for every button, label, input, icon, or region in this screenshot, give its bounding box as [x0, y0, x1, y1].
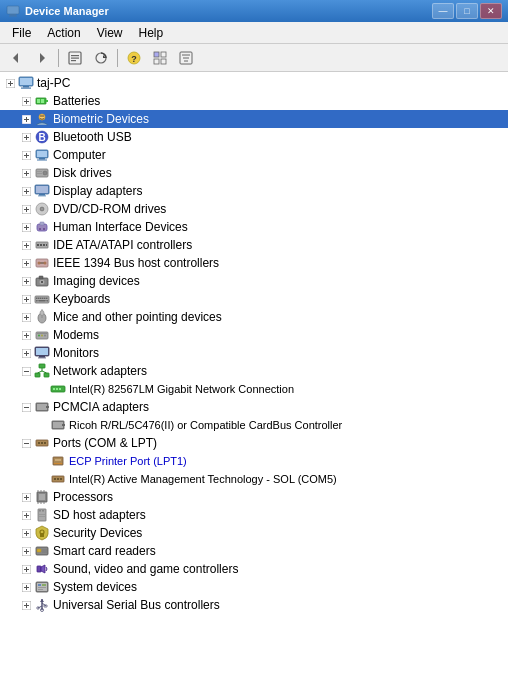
tree-item-display[interactable]: Display adapters — [0, 182, 508, 200]
expand-bluetooth[interactable] — [18, 129, 34, 145]
ports-label: Ports (COM & LPT) — [53, 436, 157, 450]
svg-rect-127 — [37, 333, 47, 334]
svg-point-158 — [38, 442, 40, 444]
svg-rect-31 — [46, 100, 48, 102]
menu-action[interactable]: Action — [39, 24, 88, 42]
tree-item-security[interactable]: Security Devices — [0, 524, 508, 542]
expand-system[interactable] — [18, 579, 34, 595]
tree-item-intel-network[interactable]: Intel(R) 82567LM Gigabit Network Connect… — [0, 380, 508, 398]
tree-item-batteries[interactable]: Batteries — [0, 92, 508, 110]
tree-item-computer[interactable]: Computer — [0, 146, 508, 164]
menu-file[interactable]: File — [4, 24, 39, 42]
tree-item-hid[interactable]: Human Interface Devices — [0, 218, 508, 236]
properties-button[interactable] — [63, 47, 87, 69]
app-icon — [6, 4, 20, 18]
svg-rect-58 — [37, 173, 42, 174]
expand-monitors[interactable] — [18, 345, 34, 361]
expand-diskdrives[interactable] — [18, 165, 34, 181]
expand-sound[interactable] — [18, 561, 34, 577]
tree-item-network[interactable]: Network adapters — [0, 362, 508, 380]
tree-item-mice[interactable]: Mice and other pointing devices — [0, 308, 508, 326]
tree-item-biometric[interactable]: Biometric Devices — [0, 110, 508, 128]
ide-label: IDE ATA/ATAPI controllers — [53, 238, 192, 252]
ieee-icon — [34, 255, 50, 271]
tree-item-modems[interactable]: Modems — [0, 326, 508, 344]
svg-rect-153 — [53, 422, 63, 428]
svg-rect-110 — [36, 300, 38, 302]
expand-hid[interactable] — [18, 219, 34, 235]
svg-rect-85 — [43, 244, 45, 246]
expand-dvd[interactable] — [18, 201, 34, 217]
tree-item-intel-sol[interactable]: Intel(R) Active Management Technology - … — [0, 470, 508, 488]
expand-computer[interactable] — [18, 147, 34, 163]
maximize-button[interactable]: □ — [456, 3, 478, 19]
help-button[interactable]: ? — [122, 47, 146, 69]
svg-rect-111 — [39, 300, 46, 302]
tree-item-sound[interactable]: Sound, video and game controllers — [0, 560, 508, 578]
scan-button[interactable] — [89, 47, 113, 69]
expand-imaging[interactable] — [18, 273, 34, 289]
svg-rect-84 — [40, 244, 42, 246]
filter-button[interactable] — [174, 47, 198, 69]
tree-item-ieee[interactable]: IEEE 1394 Bus host controllers — [0, 254, 508, 272]
expand-keyboards[interactable] — [18, 291, 34, 307]
expand-ieee[interactable] — [18, 255, 34, 271]
tree-item-bluetooth[interactable]: B Bluetooth USB — [0, 128, 508, 146]
svg-rect-137 — [39, 364, 45, 368]
close-button[interactable]: ✕ — [480, 3, 502, 19]
tree-item-keyboards[interactable]: Keyboards — [0, 290, 508, 308]
expand-security[interactable] — [18, 525, 34, 541]
expand-smartcard[interactable] — [18, 543, 34, 559]
svg-rect-0 — [7, 6, 19, 14]
tree-item-usb[interactable]: Universal Serial Bus controllers — [0, 596, 508, 614]
menu-help[interactable]: Help — [131, 24, 172, 42]
svg-rect-144 — [53, 388, 55, 390]
expand-mice[interactable] — [18, 309, 34, 325]
tree-item-smartcard[interactable]: Smart card readers — [0, 542, 508, 560]
tree-item-ecp[interactable]: ECP Printer Port (LPT1) — [0, 452, 508, 470]
tree-item-monitors[interactable]: Monitors — [0, 344, 508, 362]
view-button[interactable] — [148, 47, 172, 69]
expand-sdhost[interactable] — [18, 507, 34, 523]
tree-item-ide[interactable]: IDE ATA/ATAPI controllers — [0, 236, 508, 254]
forward-button[interactable] — [30, 47, 54, 69]
svg-rect-172 — [39, 494, 45, 500]
tree-item-pcmcia[interactable]: PCMCIA adapters — [0, 398, 508, 416]
tree-item-dvd[interactable]: DVD/CD-ROM drives — [0, 200, 508, 218]
expand-biometric[interactable] — [18, 111, 34, 127]
expand-usb[interactable] — [18, 597, 34, 613]
svg-point-167 — [60, 478, 62, 480]
tree-item-ports[interactable]: Ports (COM & LPT) — [0, 434, 508, 452]
expand-root[interactable] — [2, 75, 18, 91]
title-bar-controls[interactable]: — □ ✕ — [432, 3, 502, 19]
expand-modems[interactable] — [18, 327, 34, 343]
system-icon — [34, 579, 50, 595]
expand-processors[interactable] — [18, 489, 34, 505]
tree-item-system[interactable]: System devices — [0, 578, 508, 596]
root-label: taj-PC — [37, 76, 70, 90]
svg-rect-33 — [41, 99, 44, 103]
minimize-button[interactable]: — — [432, 3, 454, 19]
menu-view[interactable]: View — [89, 24, 131, 42]
expand-network[interactable] — [18, 363, 34, 379]
svg-point-78 — [43, 228, 45, 230]
expand-ide[interactable] — [18, 237, 34, 253]
tree-item-diskdrives[interactable]: Disk drives — [0, 164, 508, 182]
tree-item-imaging[interactable]: Imaging devices — [0, 272, 508, 290]
tree-item-ricoh[interactable]: Ricoh R/RL/5C476(II) or Compatible CardB… — [0, 416, 508, 434]
tree-item-processors[interactable]: Processors — [0, 488, 508, 506]
expand-display[interactable] — [18, 183, 34, 199]
expand-ports[interactable] — [18, 435, 34, 451]
modems-label: Modems — [53, 328, 99, 342]
computer-icon — [18, 75, 34, 91]
svg-rect-76 — [40, 222, 44, 225]
svg-rect-185 — [39, 514, 45, 515]
batteries-icon — [34, 93, 50, 109]
tree-item-sdhost[interactable]: SD host adapters — [0, 506, 508, 524]
svg-rect-64 — [39, 194, 45, 196]
expand-pcmcia[interactable] — [18, 399, 34, 415]
expand-batteries[interactable] — [18, 93, 34, 109]
dvd-label: DVD/CD-ROM drives — [53, 202, 166, 216]
tree-root[interactable]: taj-PC — [0, 74, 508, 92]
back-button[interactable] — [4, 47, 28, 69]
